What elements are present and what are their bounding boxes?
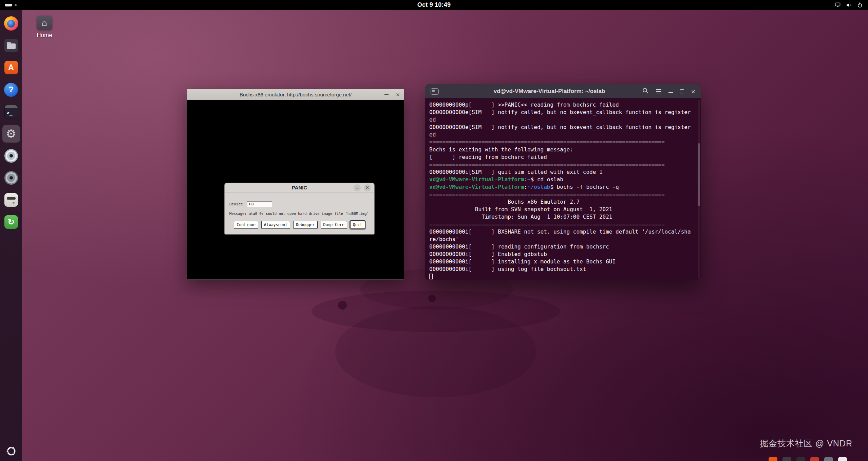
scrollbar-thumb[interactable] [698, 143, 700, 206]
terminal-window: vd@vd-VMware-Virtual-Platform: ~/oslab 0… [425, 84, 701, 280]
terminal-header-left [431, 84, 439, 98]
panic-dialog: PANIC Device: HD Message: ata0-0: could … [224, 183, 375, 235]
close-icon[interactable] [396, 91, 400, 98]
panic-titlebar[interactable]: PANIC [225, 183, 374, 192]
panic-button-continue[interactable]: Continue [234, 221, 258, 229]
terminal-line: Bochs x86 Emulator 2.7 [429, 198, 701, 206]
dock [0, 10, 22, 461]
panic-button-quit[interactable]: Quit [350, 221, 365, 229]
terminal-line: 00000000000i[ ] Enabled gdbstub [429, 251, 701, 258]
dock-item-cd[interactable] [2, 147, 20, 165]
terminal-line: ========================================… [429, 161, 701, 168]
panic-buttons: ContinueAlwayscontDebuggerDump CoreQuit [229, 221, 370, 229]
terminal-line: ========================================… [429, 139, 701, 146]
terminal-line: ========================================… [429, 221, 701, 228]
terminal-line: Timestamp: Sun Aug 1 10:07:00 CEST 2021 [429, 213, 701, 221]
home-shortcut[interactable]: Home [32, 16, 57, 39]
dock-item-help[interactable] [2, 81, 20, 98]
dock-item-firefox[interactable] [2, 15, 20, 32]
terminal-scrollbar[interactable] [698, 100, 700, 279]
minimize-icon[interactable] [384, 94, 389, 95]
overlay-icon [769, 457, 777, 461]
terminal-line [429, 273, 701, 280]
terminal-line: ========================================… [429, 191, 701, 198]
terminal-line: 00000000000e[SIM ] notify called, but no… [429, 109, 701, 116]
minimize-icon[interactable] [668, 92, 673, 93]
overlay-icon [824, 457, 833, 461]
desktop: Oct 9 10:49 [0, 0, 868, 461]
help-icon [4, 83, 18, 97]
device-label: Device: [229, 202, 245, 206]
device-select[interactable]: HD [247, 201, 272, 207]
settings-gear-icon [4, 126, 19, 141]
terminal-line: 00000000000e[SIM ] notify called, but no… [429, 124, 701, 131]
terminal-headerbar[interactable]: vd@vd-VMware-Virtual-Platform: ~/oslab [425, 84, 701, 98]
terminal-line: 00000000000i[ ] using log file bochsout.… [429, 265, 701, 273]
terminal-line: 00000000000i[ ] reading configuration fr… [429, 243, 701, 251]
power-icon [857, 2, 863, 8]
taskbar-overlay [769, 457, 847, 461]
panic-title: PANIC [292, 185, 307, 190]
clock[interactable]: Oct 9 10:49 [0, 1, 868, 8]
software-a-icon [4, 61, 18, 74]
dock-item-disks[interactable] [2, 191, 20, 209]
terminal-line: 00000000000p[ ] >>PANIC<< reading from b… [429, 101, 701, 109]
overlay-icon [796, 457, 805, 461]
bochs-window-title: Bochs x86 emulator, http://bochs.sourcef… [240, 92, 352, 97]
terminal-line: Bochs is exiting with the following mess… [429, 146, 701, 153]
panic-message: Message: ata0-0: could not open hard dri… [229, 211, 370, 216]
terminal-body[interactable]: 00000000000p[ ] >>PANIC<< reading from b… [425, 98, 701, 280]
tab-overview-icon[interactable] [431, 88, 439, 95]
bochs-titlebar[interactable]: Bochs x86 emulator, http://bochs.sourcef… [187, 89, 404, 100]
panic-window-controls [354, 184, 371, 191]
home-folder-icon [37, 16, 52, 30]
dock-item-terminal[interactable] [2, 103, 20, 121]
panic-body: Device: HD Message: ata0-0: could not op… [225, 192, 374, 232]
terminal-line: vd@vd-VMware-Virtual-Platform:~$ cd osla… [429, 176, 701, 183]
device-value: HD [249, 202, 253, 206]
dock-item-files[interactable] [2, 37, 20, 54]
overlay-icon [838, 457, 847, 461]
panic-button-debugger[interactable]: Debugger [293, 221, 317, 229]
dock-item-updater[interactable] [2, 213, 20, 231]
dock-item-show-apps[interactable] [0, 445, 22, 458]
volume-icon [846, 2, 852, 8]
terminal-line: Built from SVN snapshot on August 1, 202… [429, 206, 701, 213]
system-tray[interactable] [835, 0, 863, 10]
terminal-icon [4, 105, 18, 118]
panic-device-row: Device: HD [229, 201, 370, 207]
network-icon [835, 2, 841, 7]
cd-dark-icon [4, 171, 18, 185]
dock-item-settings[interactable] [2, 125, 20, 143]
terminal-line: ed [429, 131, 701, 139]
terminal-line: re/bochs' [429, 236, 701, 243]
software-updater-icon [4, 215, 18, 229]
overlay-icon [782, 457, 791, 461]
wallpaper-shape [312, 291, 560, 332]
wallpaper-shape [335, 306, 536, 397]
terminal-line: 00000000000i[SIM ] quit_sim called with … [429, 168, 701, 176]
terminal-cursor [429, 274, 433, 279]
dock-item-media[interactable] [2, 169, 20, 187]
firefox-icon [4, 16, 18, 31]
cd-icon [4, 149, 18, 163]
bochs-window-controls [384, 89, 400, 100]
home-label: Home [32, 32, 57, 39]
terminal-title: vd@vd-VMware-Virtual-Platform: ~/oslab [459, 88, 640, 95]
close-icon[interactable] [691, 88, 695, 95]
maximize-icon[interactable] [680, 89, 684, 93]
panic-button-alwayscont[interactable]: Alwayscont [261, 221, 290, 229]
terminal-line: ed [429, 116, 701, 124]
terminal-line: [ ] reading from bochsrc failed [429, 153, 701, 161]
panic-button-dump-core[interactable]: Dump Core [321, 221, 347, 229]
watermark-text: 掘金技术社区 @ VNDR [760, 438, 852, 449]
close-icon[interactable] [364, 184, 371, 191]
terminal-header-controls [642, 84, 695, 98]
search-icon[interactable] [642, 87, 649, 95]
minimize-icon[interactable] [354, 184, 361, 191]
dock-item-software[interactable] [2, 59, 20, 76]
terminal-line: 00000000000i[ ] BXSHARE not set. using c… [429, 228, 701, 236]
terminal-line: vd@vd-VMware-Virtual-Platform:~/oslab$ b… [429, 183, 701, 191]
top-bar: Oct 9 10:49 [0, 0, 868, 10]
hamburger-menu-icon[interactable] [656, 89, 661, 93]
